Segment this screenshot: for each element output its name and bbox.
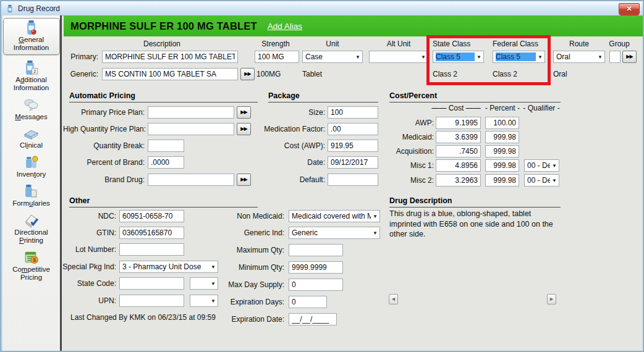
chevron-down-icon: ▼ — [598, 54, 603, 60]
state-code-input[interactable] — [119, 277, 184, 290]
high-qty-price-plan-lookup-button[interactable]: ▶▶ — [237, 123, 251, 135]
cost-awp-input[interactable] — [328, 140, 378, 152]
brand-drug-input[interactable] — [148, 174, 234, 186]
medicaid-label: Medicaid: — [379, 133, 434, 141]
strength-input[interactable] — [255, 51, 299, 63]
package-date-label: Date: — [261, 158, 325, 167]
upn-qualifier-select[interactable]: ▼ — [190, 295, 218, 307]
awp-percent-input[interactable] — [485, 117, 519, 129]
generic-lookup-button[interactable]: ▶▶ — [240, 68, 255, 80]
awp-cost-input[interactable] — [436, 117, 481, 129]
sidebar-item-additional-information[interactable]: 2 Additional Information — [4, 60, 59, 92]
misc2-cost-input[interactable] — [436, 174, 481, 186]
percent-of-brand-label: Percent of Brand: — [63, 158, 145, 167]
brand-drug-label: Brand Drug: — [63, 175, 145, 184]
misc1-percent-input[interactable] — [485, 159, 519, 172]
col-header-unit: Unit — [302, 40, 363, 48]
ndc-input[interactable] — [119, 210, 184, 222]
window-title: Drug Record — [18, 4, 60, 13]
upn-input[interactable] — [119, 295, 184, 307]
additional-information-icon: 2 — [23, 60, 39, 75]
misc2-qualifier-select[interactable]: 00 - De ▼ — [524, 174, 559, 186]
drug-record-app-icon — [6, 4, 14, 13]
expiration-days-input[interactable] — [289, 296, 327, 308]
package-date-input[interactable] — [328, 156, 378, 169]
state-code-qualifier-select[interactable]: ▼ — [190, 277, 218, 290]
route-select[interactable]: Oral ▼ — [553, 51, 605, 63]
package-default-input[interactable] — [328, 174, 378, 186]
ndc-label: NDC: — [57, 212, 116, 220]
chevron-down-icon: ▼ — [421, 54, 426, 60]
sidebar: General Information 2 Additional Informa… — [1, 15, 62, 352]
acquisition-cost-input[interactable] — [436, 145, 481, 157]
misc1-label: Misc 1: — [379, 161, 434, 170]
non-medicaid-select[interactable]: Medicaid covered with MAC ▼ — [289, 210, 380, 222]
sidebar-item-formularies[interactable]: Formularies — [4, 183, 59, 207]
state-class-select[interactable]: Class 5 ▼ — [433, 51, 484, 63]
state-code-label: State Code: — [57, 279, 116, 288]
expiration-date-input[interactable] — [289, 313, 337, 325]
section-drug-description: Drug Description — [389, 196, 561, 207]
arrow-right-icon: ► — [549, 296, 554, 302]
sidebar-item-messages[interactable]: Messages — [4, 97, 59, 121]
generic-description-input[interactable] — [102, 68, 238, 80]
sidebar-item-clinical[interactable]: Clinical — [4, 125, 59, 149]
high-qty-price-plan-input[interactable] — [148, 123, 234, 135]
quantity-break-input[interactable] — [148, 140, 184, 152]
chevron-down-icon: ▼ — [211, 264, 216, 270]
misc1-qualifier-select[interactable]: 00 - De ▼ — [524, 159, 559, 172]
primary-price-plan-lookup-button[interactable]: ▶▶ — [237, 106, 251, 119]
acquisition-percent-input[interactable] — [485, 145, 519, 157]
double-arrow-icon: ▶▶ — [240, 126, 247, 132]
primary-description-input[interactable] — [102, 51, 238, 63]
misc1-cost-input[interactable] — [436, 159, 481, 172]
previous-record-button[interactable]: ◄ — [389, 294, 398, 304]
col-header-description: Description — [106, 40, 218, 48]
generic-ind-select[interactable]: Generic ▼ — [289, 227, 380, 239]
sidebar-item-directional-printing[interactable]: Directional Printing — [4, 212, 59, 245]
brand-drug-lookup-button[interactable]: ▶▶ — [237, 174, 251, 186]
minimum-qty-input[interactable] — [289, 261, 343, 274]
gtin-input[interactable] — [119, 227, 184, 239]
maximum-qty-input[interactable] — [289, 244, 343, 256]
percent-of-brand-input[interactable] — [148, 156, 184, 169]
drug-header-bar: MORPHINE SULF ER 100 MG TABLET Add Alias — [64, 15, 643, 36]
medication-factor-input[interactable] — [328, 123, 378, 135]
sidebar-item-label: Directional Printing — [4, 228, 59, 245]
section-automatic-pricing: Automatic Pricing — [69, 91, 258, 103]
medicaid-cost-input[interactable] — [436, 131, 481, 143]
medicaid-percent-input[interactable] — [485, 131, 519, 143]
add-alias-link[interactable]: Add Alias — [268, 22, 302, 31]
drug-description-text: This drug is a blue, oblong-shaped, tabl… — [389, 209, 557, 240]
package-size-input[interactable] — [328, 106, 378, 119]
col-header-route: Route — [553, 40, 605, 48]
next-record-button[interactable]: ► — [547, 294, 556, 304]
group-input[interactable] — [609, 51, 621, 63]
federal-class-select[interactable]: Class 5 ▼ — [493, 51, 545, 63]
generic-unit-text: Tablet — [302, 70, 322, 78]
primary-label: Primary: — [63, 52, 98, 61]
sidebar-item-label: Clinical — [20, 141, 43, 149]
chevron-down-icon: ▼ — [373, 214, 378, 219]
max-day-supply-label: Max Day Supply: — [219, 280, 284, 289]
misc2-percent-input[interactable] — [485, 174, 519, 186]
unit-select[interactable]: Case ▼ — [302, 51, 363, 63]
arrow-left-icon: ◄ — [391, 296, 396, 302]
sidebar-item-general-information[interactable]: General Information — [3, 18, 60, 55]
quantity-break-label: Quantity Break: — [63, 141, 145, 150]
generic-state-class-text: Class 2 — [433, 70, 457, 78]
group-lookup-button[interactable]: ▶▶ — [622, 51, 637, 63]
max-day-supply-input[interactable] — [289, 279, 343, 291]
primary-price-plan-input[interactable] — [148, 106, 234, 119]
lot-number-input[interactable] — [119, 243, 184, 256]
special-pkg-select[interactable]: 3 - Pharmacy Unit Dose ▼ — [119, 261, 218, 273]
close-button[interactable]: ✕ — [619, 3, 640, 15]
chevron-down-icon: ▼ — [477, 54, 481, 60]
section-package: Package — [268, 91, 378, 103]
chevron-down-icon: ▼ — [355, 54, 360, 60]
generic-label: Generic: — [63, 70, 98, 78]
title-bar: Drug Record ✕ — [1, 1, 643, 16]
sidebar-item-competitive-pricing[interactable]: $ Competitive Pricing — [4, 249, 59, 282]
alt-unit-select[interactable]: ▼ — [369, 51, 428, 63]
sidebar-item-inventory[interactable]: Inventory — [4, 154, 59, 178]
